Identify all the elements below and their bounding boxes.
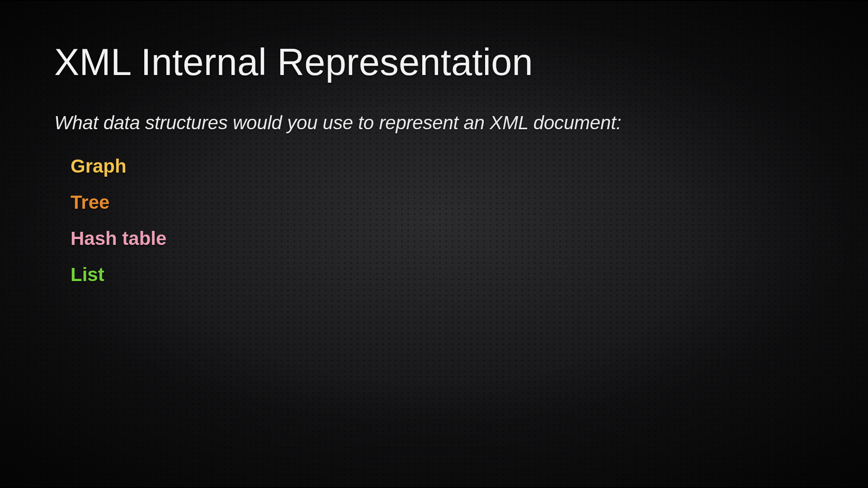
options-list: Graph Tree Hash table List [54, 155, 814, 286]
slide-question: What data structures would you use to re… [54, 112, 814, 134]
option-list: List [71, 264, 814, 286]
letterbox-top [0, 0, 868, 1]
option-tree: Tree [71, 192, 814, 213]
slide-title: XML Internal Representation [54, 41, 814, 84]
option-graph: Graph [71, 155, 814, 177]
option-hashtable: Hash table [71, 228, 814, 249]
slide-content: XML Internal Representation What data st… [0, 0, 868, 286]
